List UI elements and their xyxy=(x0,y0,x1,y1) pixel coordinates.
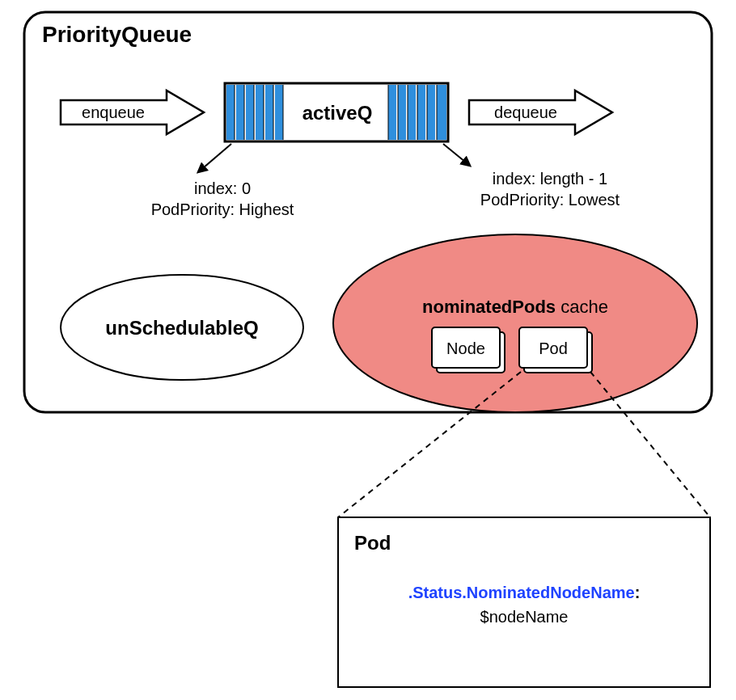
pod-detail-box xyxy=(338,517,710,687)
right-annotation-line2: PodPriority: Lowest xyxy=(480,191,620,209)
node-card-label: Node xyxy=(446,339,485,357)
pod-detail-field-line: .Status.NominatedNodeName: xyxy=(408,584,641,601)
pod-card-label: Pod xyxy=(539,339,568,357)
nominatedpods-label-line: nominatedPods cache xyxy=(422,297,608,317)
node-card-stack: Node xyxy=(432,327,505,373)
svg-rect-6 xyxy=(265,85,273,140)
svg-rect-7 xyxy=(275,85,283,140)
left-annotation-line2: PodPriority: Highest xyxy=(151,200,294,218)
pod-detail-sep: : xyxy=(635,584,641,601)
dequeue-label: dequeue xyxy=(494,103,557,121)
svg-rect-2 xyxy=(226,85,235,140)
priorityqueue-title: PriorityQueue xyxy=(42,22,192,47)
pod-card-stack: Pod xyxy=(519,327,592,373)
svg-rect-18 xyxy=(427,85,435,140)
svg-rect-15 xyxy=(398,85,406,140)
svg-rect-4 xyxy=(246,85,254,140)
svg-rect-19 xyxy=(437,85,446,140)
diagram-canvas: PriorityQueue enqueue activeQ xyxy=(0,0,736,700)
nominatedpods-ellipse xyxy=(333,234,697,412)
pod-detail-title: Pod xyxy=(354,532,391,554)
pod-detail-field: .Status.NominatedNodeName xyxy=(408,584,635,601)
pod-detail-value: $nodeName xyxy=(480,608,569,626)
activeq-box: activeQ xyxy=(225,83,448,141)
svg-rect-14 xyxy=(388,85,396,140)
nominatedpods-label: nominatedPods xyxy=(422,297,556,317)
svg-rect-16 xyxy=(408,85,416,140)
left-annotation-line1: index: 0 xyxy=(194,179,251,197)
activeq-label: activeQ xyxy=(302,102,373,124)
svg-rect-17 xyxy=(417,85,425,140)
svg-rect-3 xyxy=(236,85,244,140)
svg-rect-5 xyxy=(256,85,264,140)
nominatedpods-suffix: cache xyxy=(556,297,608,317)
enqueue-label: enqueue xyxy=(82,103,145,121)
unschedulableq-label: unSchedulableQ xyxy=(105,317,258,339)
right-annotation-line1: index: length - 1 xyxy=(493,170,607,188)
